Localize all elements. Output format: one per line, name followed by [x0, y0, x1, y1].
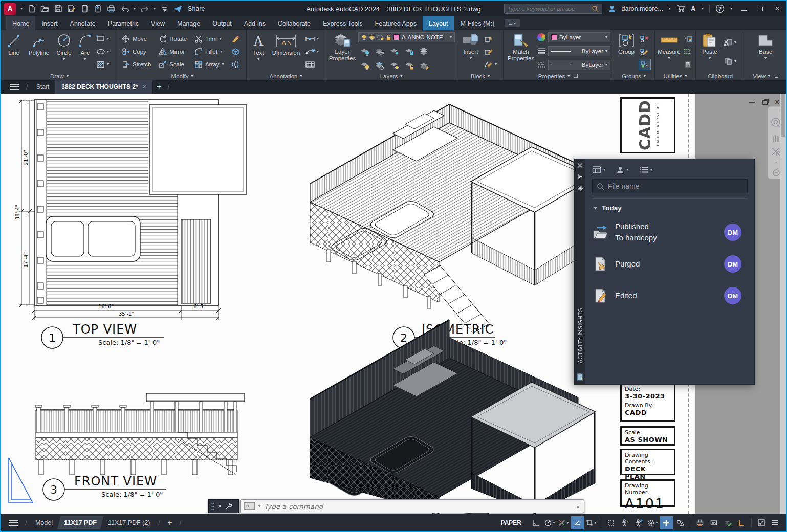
grid-icon[interactable]: [529, 516, 542, 529]
command-customize-wrench-icon[interactable]: [225, 503, 232, 510]
command-input-area[interactable]: >_ ▾ ▲: [240, 499, 584, 513]
trim-button[interactable]: Trim▾: [193, 33, 228, 46]
modify-panel-label[interactable]: Modify▾: [118, 72, 246, 80]
tab-active-document[interactable]: 3882 DECK THOUGHTS 2*×: [55, 80, 152, 94]
close-icon[interactable]: ×: [772, 4, 783, 14]
command-history-arrow-icon[interactable]: ▲: [576, 504, 580, 509]
annotation-monitor-icon[interactable]: [618, 516, 631, 529]
tab-add-ins[interactable]: Add-ins: [238, 16, 272, 30]
tab-parametric[interactable]: Parametric: [102, 16, 145, 30]
ellipse-tool-icon[interactable]: ▾: [95, 46, 110, 57]
select-similar-icon[interactable]: [682, 46, 693, 57]
tab-layout-1[interactable]: 11X17 PDF: [57, 516, 103, 529]
save-icon[interactable]: [54, 5, 62, 13]
autoscale-icon[interactable]: [632, 516, 645, 529]
tab-express-tools[interactable]: Express Tools: [317, 16, 369, 30]
activity-item-edited[interactable]: Edited DM: [592, 282, 748, 309]
osnap-icon[interactable]: ▾: [584, 516, 598, 529]
command-grip-handle[interactable]: [211, 502, 214, 511]
define-attributes-icon[interactable]: ▾: [483, 59, 498, 70]
qat-customize-icon[interactable]: [160, 5, 169, 13]
create-block-icon[interactable]: [483, 33, 498, 45]
user-avatar-icon[interactable]: [608, 5, 616, 13]
cart-icon[interactable]: [676, 5, 685, 13]
help-search-box[interactable]: [504, 4, 602, 14]
undo-icon[interactable]: [120, 5, 129, 13]
panel-settings-icon[interactable]: [577, 185, 583, 191]
crosshair-icon[interactable]: [660, 516, 673, 529]
view-panel-label[interactable]: View▾: [745, 72, 786, 80]
redo-caret-icon[interactable]: ▾: [154, 7, 156, 11]
groups-panel-label[interactable]: Groups▾: [613, 72, 654, 80]
list-filter-icon[interactable]: ▾: [639, 166, 652, 173]
measure-button[interactable]: Measure▾: [657, 32, 681, 72]
help-search-input[interactable]: [508, 6, 592, 12]
linetype-combo[interactable]: ByLayer▾: [548, 60, 610, 70]
copy-button[interactable]: Copy: [120, 46, 155, 58]
layers-panel-label[interactable]: Layers▾: [325, 72, 457, 80]
tab-model[interactable]: Model: [30, 516, 58, 529]
navbar-collapse-icon[interactable]: [772, 169, 780, 176]
autodesk-app-caret-icon[interactable]: ▾: [702, 7, 704, 11]
scale-button[interactable]: Scale: [157, 58, 191, 71]
ortho-icon[interactable]: [571, 516, 584, 529]
autodesk-app-icon[interactable]: A: [691, 5, 696, 13]
paper-space-toggle[interactable]: PAPER: [497, 518, 526, 528]
layer-viewport-freeze-icon[interactable]: [377, 34, 384, 40]
layer-properties-button[interactable]: Layer Properties: [327, 32, 357, 72]
tab-output[interactable]: Output: [206, 16, 238, 30]
hatch-tool-icon[interactable]: ▾: [95, 59, 110, 70]
help-caret-icon[interactable]: ▾: [730, 7, 732, 11]
draw-panel-label[interactable]: Draw▾: [1, 72, 118, 80]
tab-insert[interactable]: Insert: [35, 16, 63, 30]
vertical-scrollbar[interactable]: [780, 94, 786, 514]
avatar[interactable]: DM: [724, 255, 741, 273]
avatar[interactable]: DM: [724, 224, 741, 241]
layer-freeze-icon[interactable]: [390, 48, 400, 56]
redo-icon[interactable]: [140, 5, 149, 13]
leader-icon[interactable]: ▾: [304, 46, 320, 57]
utilities-panel-label[interactable]: Utilities▾: [655, 72, 695, 80]
polyline-button[interactable]: Polyline: [26, 32, 52, 72]
minimize-icon[interactable]: [738, 5, 749, 13]
layer-combo-caret-icon[interactable]: ▾: [450, 35, 452, 39]
arc-button[interactable]: Arc▾: [76, 32, 94, 72]
open-from-web-icon[interactable]: [80, 5, 89, 13]
layer-prev-icon[interactable]: [375, 61, 385, 70]
tab-collaborate[interactable]: Collaborate: [272, 16, 317, 30]
ribbon-display-toggle[interactable]: ▬▾: [505, 19, 520, 27]
properties-panel-label[interactable]: Properties▾: [504, 72, 613, 80]
activity-search-input[interactable]: [608, 182, 743, 190]
navbar-more-caret-icon[interactable]: ▾: [775, 160, 777, 165]
activity-search-box[interactable]: [592, 179, 748, 193]
help-icon[interactable]: ?: [715, 4, 725, 13]
layer-unlock-icon[interactable]: [386, 34, 391, 40]
cut-icon[interactable]: ▾: [723, 37, 737, 48]
standards-check-icon[interactable]: [721, 516, 734, 529]
insert-button[interactable]: Insert▾: [460, 32, 482, 72]
properties-expander-icon[interactable]: [574, 74, 578, 78]
activity-item-purged[interactable]: Purged DM: [592, 251, 748, 277]
app-menu-caret-icon[interactable]: ▾: [20, 7, 23, 11]
object-color-combo[interactable]: ByLayer▾: [548, 32, 610, 42]
rectangle-tool-icon[interactable]: ▾: [95, 33, 110, 45]
tab-featured-apps[interactable]: Featured Apps: [369, 16, 423, 30]
group-button[interactable]: Group: [615, 32, 638, 72]
base-button[interactable]: Base▾: [754, 32, 777, 72]
current-layer-name[interactable]: A-ANNO-NOTE: [402, 34, 448, 40]
panel-autohide-icon[interactable]: [577, 174, 583, 180]
layer-off-icon[interactable]: [360, 61, 370, 70]
new-drawing-icon[interactable]: +: [152, 82, 166, 92]
annotation-scale-icon[interactable]: [707, 516, 720, 529]
layer-thaw-all-icon[interactable]: [390, 61, 400, 70]
table-view-icon[interactable]: ▾: [592, 166, 605, 174]
line-button[interactable]: Line: [3, 32, 25, 72]
section-collapse-caret-icon[interactable]: [593, 206, 598, 210]
layer-color-swatch[interactable]: [394, 34, 400, 40]
user-name[interactable]: daron.moore...: [622, 5, 663, 12]
annotation-visibility-icon[interactable]: [673, 516, 687, 529]
paste-button[interactable]: Paste▾: [698, 32, 722, 72]
tab-annotate[interactable]: Annotate: [64, 16, 102, 30]
tab-layout[interactable]: Layout: [423, 16, 454, 30]
isolate-objects-icon[interactable]: [735, 516, 748, 529]
